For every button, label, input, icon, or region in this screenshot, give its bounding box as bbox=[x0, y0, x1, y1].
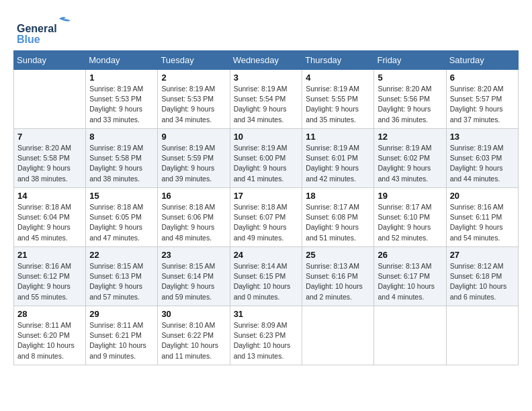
day-info: Sunrise: 8:13 AM Sunset: 6:16 PM Dayligh… bbox=[306, 261, 370, 302]
calendar-cell: 12Sunrise: 8:19 AM Sunset: 6:02 PM Dayli… bbox=[374, 129, 446, 188]
day-of-week-header: Saturday bbox=[446, 51, 518, 70]
day-info: Sunrise: 8:16 AM Sunset: 6:11 PM Dayligh… bbox=[450, 202, 515, 243]
calendar-cell: 22Sunrise: 8:15 AM Sunset: 6:13 PM Dayli… bbox=[86, 247, 158, 306]
calendar-cell: 3Sunrise: 8:19 AM Sunset: 5:54 PM Daylig… bbox=[230, 70, 302, 129]
day-number: 27 bbox=[450, 250, 515, 260]
day-info: Sunrise: 8:18 AM Sunset: 6:06 PM Dayligh… bbox=[161, 202, 226, 243]
day-info: Sunrise: 8:09 AM Sunset: 6:23 PM Dayligh… bbox=[234, 320, 299, 361]
calendar-cell: 6Sunrise: 8:20 AM Sunset: 5:57 PM Daylig… bbox=[446, 70, 518, 129]
day-number: 7 bbox=[17, 132, 82, 142]
day-info: Sunrise: 8:18 AM Sunset: 6:07 PM Dayligh… bbox=[234, 202, 299, 243]
calendar-week-row: 14Sunrise: 8:18 AM Sunset: 6:04 PM Dayli… bbox=[14, 188, 519, 247]
day-of-week-header: Sunday bbox=[14, 51, 86, 70]
day-info: Sunrise: 8:15 AM Sunset: 6:14 PM Dayligh… bbox=[161, 261, 226, 302]
day-number: 3 bbox=[234, 73, 299, 83]
day-info: Sunrise: 8:14 AM Sunset: 6:15 PM Dayligh… bbox=[234, 261, 299, 302]
day-info: Sunrise: 8:19 AM Sunset: 6:01 PM Dayligh… bbox=[306, 143, 370, 184]
day-info: Sunrise: 8:19 AM Sunset: 5:53 PM Dayligh… bbox=[161, 84, 226, 125]
calendar-cell: 15Sunrise: 8:18 AM Sunset: 6:05 PM Dayli… bbox=[86, 188, 158, 247]
calendar-table: SundayMondayTuesdayWednesdayThursdayFrid… bbox=[13, 50, 519, 365]
calendar-cell: 2Sunrise: 8:19 AM Sunset: 5:53 PM Daylig… bbox=[158, 70, 230, 129]
day-of-week-header: Tuesday bbox=[158, 51, 230, 70]
day-of-week-header: Friday bbox=[374, 51, 446, 70]
day-info: Sunrise: 8:17 AM Sunset: 6:08 PM Dayligh… bbox=[306, 202, 370, 243]
calendar-week-row: 7Sunrise: 8:20 AM Sunset: 5:58 PM Daylig… bbox=[14, 129, 519, 188]
day-number: 14 bbox=[17, 191, 82, 201]
day-number: 21 bbox=[17, 250, 82, 260]
day-of-week-header: Wednesday bbox=[230, 51, 302, 70]
logo: General Blue bbox=[13, 13, 94, 44]
day-of-week-header: Thursday bbox=[302, 51, 374, 70]
day-info: Sunrise: 8:19 AM Sunset: 5:54 PM Dayligh… bbox=[234, 84, 299, 125]
day-number: 2 bbox=[161, 73, 226, 83]
day-info: Sunrise: 8:17 AM Sunset: 6:10 PM Dayligh… bbox=[378, 202, 442, 243]
day-number: 31 bbox=[234, 309, 299, 319]
day-info: Sunrise: 8:18 AM Sunset: 6:04 PM Dayligh… bbox=[17, 202, 82, 243]
day-info: Sunrise: 8:19 AM Sunset: 5:53 PM Dayligh… bbox=[89, 84, 154, 125]
calendar-header-row: SundayMondayTuesdayWednesdayThursdayFrid… bbox=[14, 51, 519, 70]
calendar-cell: 18Sunrise: 8:17 AM Sunset: 6:08 PM Dayli… bbox=[302, 188, 374, 247]
calendar-cell: 9Sunrise: 8:19 AM Sunset: 5:59 PM Daylig… bbox=[158, 129, 230, 188]
calendar-cell: 24Sunrise: 8:14 AM Sunset: 6:15 PM Dayli… bbox=[230, 247, 302, 306]
calendar-cell: 13Sunrise: 8:19 AM Sunset: 6:03 PM Dayli… bbox=[446, 129, 518, 188]
logo-svg: General Blue bbox=[13, 13, 94, 44]
calendar-cell: 17Sunrise: 8:18 AM Sunset: 6:07 PM Dayli… bbox=[230, 188, 302, 247]
day-info: Sunrise: 8:13 AM Sunset: 6:17 PM Dayligh… bbox=[378, 261, 442, 302]
calendar-cell: 8Sunrise: 8:19 AM Sunset: 5:58 PM Daylig… bbox=[86, 129, 158, 188]
calendar-week-row: 28Sunrise: 8:11 AM Sunset: 6:20 PM Dayli… bbox=[14, 306, 519, 365]
day-number: 12 bbox=[378, 132, 442, 142]
day-of-week-header: Monday bbox=[86, 51, 158, 70]
day-info: Sunrise: 8:12 AM Sunset: 6:18 PM Dayligh… bbox=[450, 261, 515, 302]
day-number: 26 bbox=[378, 250, 442, 260]
day-number: 4 bbox=[306, 73, 370, 83]
day-number: 22 bbox=[89, 250, 154, 260]
day-number: 16 bbox=[161, 191, 226, 201]
day-number: 24 bbox=[234, 250, 299, 260]
calendar-cell bbox=[14, 70, 86, 129]
day-number: 8 bbox=[89, 132, 154, 142]
calendar-cell bbox=[302, 306, 374, 365]
day-number: 18 bbox=[306, 191, 370, 201]
calendar-cell: 4Sunrise: 8:19 AM Sunset: 5:55 PM Daylig… bbox=[302, 70, 374, 129]
svg-text:General: General bbox=[17, 23, 57, 34]
calendar-cell: 1Sunrise: 8:19 AM Sunset: 5:53 PM Daylig… bbox=[86, 70, 158, 129]
page-header: General Blue bbox=[13, 13, 519, 44]
calendar-cell: 30Sunrise: 8:10 AM Sunset: 6:22 PM Dayli… bbox=[158, 306, 230, 365]
day-number: 13 bbox=[450, 132, 515, 142]
day-info: Sunrise: 8:11 AM Sunset: 6:20 PM Dayligh… bbox=[17, 320, 82, 361]
day-number: 19 bbox=[378, 191, 442, 201]
day-number: 28 bbox=[17, 309, 82, 319]
day-info: Sunrise: 8:19 AM Sunset: 6:03 PM Dayligh… bbox=[450, 143, 515, 184]
calendar-cell: 5Sunrise: 8:20 AM Sunset: 5:56 PM Daylig… bbox=[374, 70, 446, 129]
svg-text:Blue: Blue bbox=[17, 34, 40, 44]
day-number: 10 bbox=[234, 132, 299, 142]
day-info: Sunrise: 8:16 AM Sunset: 6:12 PM Dayligh… bbox=[17, 261, 82, 302]
day-info: Sunrise: 8:11 AM Sunset: 6:21 PM Dayligh… bbox=[89, 320, 154, 361]
day-info: Sunrise: 8:20 AM Sunset: 5:58 PM Dayligh… bbox=[17, 143, 82, 184]
calendar-cell: 23Sunrise: 8:15 AM Sunset: 6:14 PM Dayli… bbox=[158, 247, 230, 306]
day-number: 17 bbox=[234, 191, 299, 201]
day-number: 23 bbox=[161, 250, 226, 260]
day-number: 25 bbox=[306, 250, 370, 260]
calendar-cell: 28Sunrise: 8:11 AM Sunset: 6:20 PM Dayli… bbox=[14, 306, 86, 365]
calendar-cell: 25Sunrise: 8:13 AM Sunset: 6:16 PM Dayli… bbox=[302, 247, 374, 306]
calendar-cell: 10Sunrise: 8:19 AM Sunset: 6:00 PM Dayli… bbox=[230, 129, 302, 188]
day-number: 29 bbox=[89, 309, 154, 319]
calendar-cell: 11Sunrise: 8:19 AM Sunset: 6:01 PM Dayli… bbox=[302, 129, 374, 188]
day-info: Sunrise: 8:19 AM Sunset: 5:59 PM Dayligh… bbox=[161, 143, 226, 184]
calendar-cell: 20Sunrise: 8:16 AM Sunset: 6:11 PM Dayli… bbox=[446, 188, 518, 247]
calendar-cell: 14Sunrise: 8:18 AM Sunset: 6:04 PM Dayli… bbox=[14, 188, 86, 247]
calendar-cell: 27Sunrise: 8:12 AM Sunset: 6:18 PM Dayli… bbox=[446, 247, 518, 306]
day-info: Sunrise: 8:10 AM Sunset: 6:22 PM Dayligh… bbox=[161, 320, 226, 361]
calendar-cell bbox=[446, 306, 518, 365]
calendar-cell: 7Sunrise: 8:20 AM Sunset: 5:58 PM Daylig… bbox=[14, 129, 86, 188]
day-info: Sunrise: 8:18 AM Sunset: 6:05 PM Dayligh… bbox=[89, 202, 154, 243]
day-number: 9 bbox=[161, 132, 226, 142]
calendar-week-row: 1Sunrise: 8:19 AM Sunset: 5:53 PM Daylig… bbox=[14, 70, 519, 129]
calendar-cell bbox=[374, 306, 446, 365]
day-info: Sunrise: 8:20 AM Sunset: 5:56 PM Dayligh… bbox=[378, 84, 442, 125]
calendar-cell: 21Sunrise: 8:16 AM Sunset: 6:12 PM Dayli… bbox=[14, 247, 86, 306]
day-info: Sunrise: 8:19 AM Sunset: 6:02 PM Dayligh… bbox=[378, 143, 442, 184]
calendar-week-row: 21Sunrise: 8:16 AM Sunset: 6:12 PM Dayli… bbox=[14, 247, 519, 306]
day-number: 5 bbox=[378, 73, 442, 83]
